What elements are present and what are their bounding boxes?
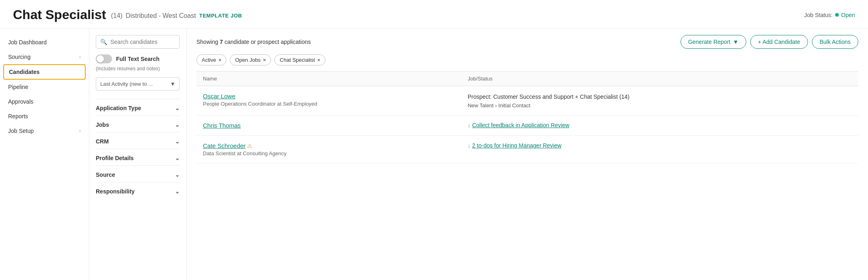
action-link[interactable]: Collect feedback in Application Review <box>472 122 569 128</box>
candidate-subtitle: Data Scientist at Consulting Agency <box>203 150 454 156</box>
filter-chevron-icon: ⌄ <box>175 122 180 128</box>
action-prefix: ↓ <box>467 142 470 149</box>
filter-chevron-icon: ⌄ <box>175 155 180 161</box>
main-content: Showing 7 candidate or prospect applicat… <box>187 28 868 280</box>
filter-tags: Active×Open Jobs×Chat Specialist× <box>196 54 858 65</box>
filter-tag-chat-specialist[interactable]: Chat Specialist× <box>274 54 325 65</box>
filter-section-crm: CRM ⌄ <box>96 132 180 149</box>
candidates-table: NameJob/Status Oscar LowePeople Operatio… <box>196 71 858 163</box>
full-text-toggle[interactable]: Full Text Search <box>96 54 180 63</box>
results-header: Showing 7 candidate or prospect applicat… <box>196 35 858 49</box>
sidebar-label: Sourcing <box>8 54 30 60</box>
action-link[interactable]: 2 to-dos for Hiring Manager Review <box>472 142 561 149</box>
candidate-subtitle: People Operations Coordinator at Self-Em… <box>203 101 454 107</box>
filter-section-profile-details: Profile Details ⌄ <box>96 149 180 165</box>
filter-section-label: Responsibility <box>96 188 135 195</box>
toggle-switch[interactable] <box>96 54 112 63</box>
sidebar-item-sourcing[interactable]: Sourcing› <box>0 50 89 64</box>
filter-section-header-responsibility[interactable]: Responsibility ⌄ <box>96 188 180 197</box>
filter-section-header-application-type[interactable]: Application Type ⌄ <box>96 105 180 114</box>
filter-section-label: CRM <box>96 138 109 145</box>
results-number: 7 <box>220 39 223 45</box>
sidebar-item-pipeline[interactable]: Pipeline <box>0 80 89 94</box>
results-prefix: Showing <box>196 39 218 45</box>
filter-section-responsibility: Responsibility ⌄ <box>96 182 180 199</box>
filter-chevron-icon: ⌄ <box>175 171 180 178</box>
sidebar-item-job-setup[interactable]: Job Setup› <box>0 124 89 138</box>
table-head: NameJob/Status <box>196 72 858 86</box>
filter-section-jobs: Jobs ⌄ <box>96 115 180 132</box>
title-meta: (14) Distributed - West Coast TEMPLATE J… <box>111 12 242 20</box>
filter-section-label: Jobs <box>96 122 109 128</box>
table-body: Oscar LowePeople Operations Coordinator … <box>196 86 858 163</box>
candidate-name-cell-cate-schroeder: Cate Schroeder⚠Data Scientist at Consult… <box>196 136 461 163</box>
candidate-name-link[interactable]: Cate Schroeder <box>203 142 246 149</box>
toggle-hint: (Includes resumes and notes) <box>96 66 180 72</box>
sort-dropdown[interactable]: Last Activity (new to ... ▼ <box>96 77 180 91</box>
generate-report-button[interactable]: Generate Report ▼ <box>681 35 746 49</box>
sidebar-label: Candidates <box>9 69 39 75</box>
bulk-actions-label: Bulk Actions <box>820 39 851 45</box>
sort-label: Last Activity (new to ... <box>100 81 153 87</box>
sidebar-item-approvals[interactable]: Approvals <box>0 94 89 109</box>
action-link-container: ↓Collect feedback in Application Review <box>467 122 852 128</box>
filter-section-label: Source <box>96 171 115 178</box>
filter-tag-active[interactable]: Active× <box>196 54 226 65</box>
filter-chevron-icon: ⌄ <box>175 188 180 195</box>
filter-section-label: Profile Details <box>96 155 134 161</box>
candidate-name-cell-oscar-lowe: Oscar LowePeople Operations Coordinator … <box>196 86 461 115</box>
warning-icon: ⚠ <box>247 143 252 149</box>
generate-report-label: Generate Report <box>688 39 730 45</box>
app-container: Chat Specialist (14) Distributed - West … <box>0 0 868 280</box>
add-candidate-button[interactable]: + Add Candidate <box>750 35 808 49</box>
bulk-actions-button[interactable]: Bulk Actions <box>812 35 858 49</box>
filter-chevron-icon: ⌄ <box>175 105 180 111</box>
results-count-text: Showing 7 candidate or prospect applicat… <box>196 39 311 45</box>
filter-panel: 🔍 Full Text Search (Includes resumes and… <box>89 28 187 280</box>
sidebar-item-job-dashboard[interactable]: Job Dashboard <box>0 35 89 50</box>
table-row: Oscar LowePeople Operations Coordinator … <box>196 86 858 115</box>
tag-close-icon[interactable]: × <box>317 57 320 63</box>
search-input[interactable] <box>110 39 175 45</box>
sidebar-item-reports[interactable]: Reports <box>0 109 89 124</box>
candidate-status-cell-oscar-lowe: Prospect: Customer Success and Support +… <box>461 86 858 115</box>
candidate-name-link[interactable]: Chris Thomas <box>203 122 241 129</box>
job-status-value: Open <box>841 12 855 18</box>
candidate-status-cell-chris-thomas: ↓Collect feedback in Application Review <box>461 115 858 136</box>
filter-section-header-profile-details[interactable]: Profile Details ⌄ <box>96 155 180 164</box>
body-layout: Job DashboardSourcing›CandidatesPipeline… <box>0 28 868 280</box>
filter-section-source: Source ⌄ <box>96 165 180 182</box>
action-link-container: ↓2 to-dos for Hiring Manager Review <box>467 142 852 149</box>
status-dot <box>835 13 839 17</box>
toggle-knob <box>97 55 104 63</box>
tag-close-icon[interactable]: × <box>263 57 266 63</box>
template-job-badge[interactable]: TEMPLATE JOB <box>199 13 242 19</box>
search-box[interactable]: 🔍 <box>96 35 180 49</box>
sidebar-label: Job Dashboard <box>8 39 47 46</box>
filter-sections: Application Type ⌄ Jobs ⌄ CRM ⌄ Profile … <box>96 99 180 199</box>
tag-close-icon[interactable]: × <box>218 57 221 63</box>
search-icon: 🔍 <box>100 39 107 45</box>
table-header-row: NameJob/Status <box>196 72 858 86</box>
job-status-text: Prospect: Customer Success and Support +… <box>467 93 852 101</box>
candidate-name-link[interactable]: Oscar Lowe <box>203 93 235 100</box>
sidebar-label: Approvals <box>8 98 33 105</box>
filter-chevron-icon: ⌄ <box>175 138 180 145</box>
sidebar-item-candidates[interactable]: Candidates <box>3 64 86 80</box>
filter-section-header-jobs[interactable]: Jobs ⌄ <box>96 122 180 130</box>
job-status-label: Job Status: <box>804 12 833 18</box>
candidate-status-cell-cate-schroeder: ↓2 to-dos for Hiring Manager Review <box>461 136 858 163</box>
filter-section-header-crm[interactable]: CRM ⌄ <box>96 138 180 147</box>
sidebar-chevron-icon: › <box>79 128 81 134</box>
sidebar-label: Job Setup <box>8 128 34 134</box>
table-row: Cate Schroeder⚠Data Scientist at Consult… <box>196 136 858 163</box>
page-header: Chat Specialist (14) Distributed - West … <box>0 0 868 28</box>
filter-tag-open-jobs[interactable]: Open Jobs× <box>230 54 271 65</box>
sidebar-label: Pipeline <box>8 84 28 90</box>
filter-section-header-source[interactable]: Source ⌄ <box>96 171 180 180</box>
filter-section-application-type: Application Type ⌄ <box>96 99 180 115</box>
sort-chevron-icon: ▼ <box>170 81 175 87</box>
action-prefix: ↓ <box>467 122 470 128</box>
action-buttons: Generate Report ▼ + Add Candidate Bulk A… <box>681 35 858 49</box>
candidate-name-cell-chris-thomas: Chris Thomas <box>196 115 461 136</box>
